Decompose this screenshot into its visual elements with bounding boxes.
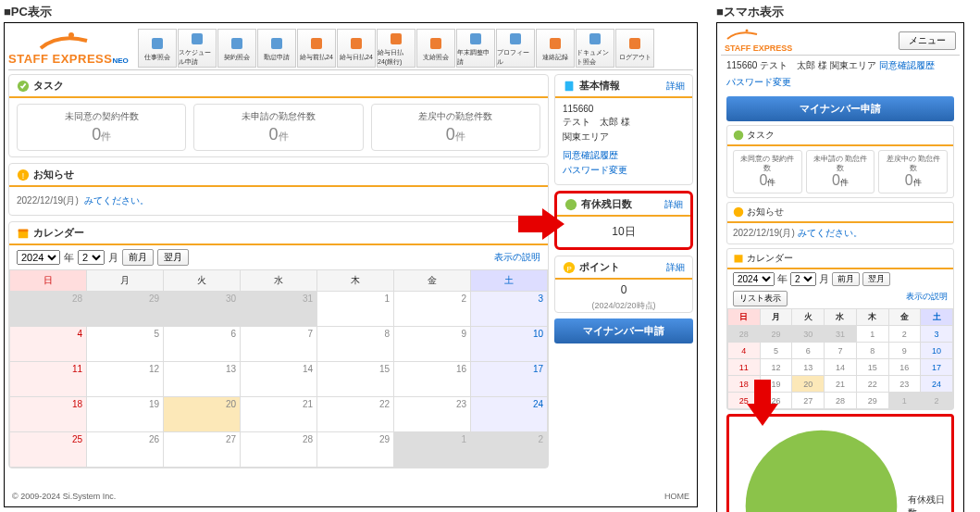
sp-legend-link[interactable]: 表示の説明 (906, 291, 948, 306)
calendar-cell[interactable]: 5 (87, 327, 164, 362)
toolbar-shigoto-button[interactable]: 仕事照会 (138, 29, 177, 68)
calendar-cell[interactable]: 14 (241, 362, 317, 397)
mynumber-button[interactable]: マイナンバー申請 (554, 318, 693, 343)
toolbar-document-button[interactable]: ドキュメント照会 (576, 29, 614, 68)
calendar-cell[interactable]: 2 (394, 292, 471, 327)
sp-password-link[interactable]: パスワード変更 (726, 77, 791, 87)
calendar-cell[interactable]: 12 (87, 362, 164, 397)
task-card[interactable]: 未申請の勤怠件数0件 (193, 104, 363, 151)
sp-month-select[interactable]: 2 (790, 272, 816, 286)
calendar-cell[interactable]: 8 (317, 327, 394, 362)
calendar-cell[interactable]: 17 (471, 362, 548, 397)
calendar-cell[interactable]: 10 (471, 327, 548, 362)
menu-button[interactable]: メニュー (899, 31, 956, 50)
calendar-cell[interactable]: 17 (921, 359, 953, 376)
toolbar-keiyaku-button[interactable]: 契約照会 (217, 29, 256, 68)
toolbar-shikyuu-button[interactable]: 支給照会 (416, 29, 455, 68)
calendar-cell[interactable]: 3 (921, 326, 953, 343)
calendar-cell[interactable]: 1 (888, 393, 921, 409)
calendar-cell[interactable]: 6 (792, 343, 825, 359)
news-link[interactable]: みてください。 (84, 194, 149, 207)
calendar-cell[interactable]: 29 (317, 432, 394, 468)
calendar-cell[interactable]: 11 (728, 359, 761, 376)
list-view-button[interactable]: リスト表示 (733, 291, 788, 306)
calendar-cell[interactable]: 16 (394, 362, 471, 397)
legend-link[interactable]: 表示の説明 (494, 251, 540, 264)
sp-task-card[interactable]: 差戻中の 勤怠件数0件 (878, 150, 948, 194)
calendar-cell[interactable]: 3 (471, 292, 548, 327)
calendar-cell[interactable]: 4 (728, 343, 761, 359)
calendar-cell[interactable]: 23 (394, 397, 471, 432)
calendar-cell[interactable]: 30 (792, 326, 825, 343)
calendar-cell[interactable]: 23 (888, 376, 921, 393)
calendar-cell[interactable]: 4 (10, 327, 87, 362)
calendar-cell[interactable]: 28 (241, 432, 317, 468)
sp-news-link[interactable]: みてください。 (798, 228, 862, 238)
calendar-cell[interactable]: 18 (10, 397, 87, 432)
year-select[interactable]: 2024 (17, 250, 60, 265)
calendar-cell[interactable]: 28 (825, 393, 857, 409)
calendar-cell[interactable]: 1 (317, 292, 394, 327)
calendar-cell[interactable]: 19 (87, 397, 164, 432)
calendar-cell[interactable]: 20 (164, 397, 241, 432)
calendar-cell[interactable]: 9 (394, 327, 471, 362)
calendar-cell[interactable]: 15 (317, 362, 394, 397)
calendar-cell[interactable]: 29 (856, 393, 888, 409)
sp-mynumber-button[interactable]: マイナンバー申請 (726, 96, 954, 121)
calendar-cell[interactable]: 24 (921, 376, 953, 393)
calendar-cell[interactable]: 5 (760, 343, 792, 359)
toolbar-logout-button[interactable]: ログアウト (615, 29, 654, 68)
basic-detail-link[interactable]: 詳細 (666, 80, 685, 93)
task-card[interactable]: 差戻中の勤怠件数0件 (371, 104, 540, 151)
calendar-cell[interactable]: 10 (921, 343, 953, 359)
toolbar-renraku-button[interactable]: 連絡記録 (536, 29, 575, 68)
calendar-cell[interactable]: 27 (164, 432, 241, 468)
sp-agree-link[interactable]: 同意確認履歴 (879, 60, 935, 70)
calendar-cell[interactable]: 9 (888, 343, 921, 359)
calendar-cell[interactable]: 11 (10, 362, 87, 397)
toolbar-nencho-button[interactable]: 年末調整申請 (456, 29, 495, 68)
calendar-cell[interactable]: 7 (825, 343, 857, 359)
calendar-cell[interactable]: 12 (760, 359, 792, 376)
toolbar-kintai-button[interactable]: 勤怠申請 (257, 29, 296, 68)
calendar-cell[interactable]: 2 (921, 393, 953, 409)
sp-next-button[interactable]: 翌月 (862, 272, 890, 286)
next-month-button[interactable]: 翌月 (157, 249, 189, 266)
sp-year-select[interactable]: 2024 (733, 272, 775, 286)
calendar-cell[interactable]: 7 (241, 327, 317, 362)
calendar-cell[interactable]: 31 (825, 326, 857, 343)
calendar-cell[interactable]: 13 (792, 359, 825, 376)
toolbar-profile-button[interactable]: プロフィール (496, 29, 535, 68)
calendar-cell[interactable]: 21 (825, 376, 857, 393)
calendar-cell[interactable]: 30 (164, 292, 241, 327)
calendar-cell[interactable]: 28 (728, 326, 761, 343)
calendar-cell[interactable]: 8 (856, 343, 888, 359)
point-detail-link[interactable]: 詳細 (666, 261, 685, 274)
month-select[interactable]: 2 (78, 250, 105, 265)
sp-prev-button[interactable]: 前月 (832, 272, 860, 286)
toolbar-kyuyo-h24g-button[interactable]: 給与日払24(銀行) (377, 29, 416, 68)
calendar-cell[interactable]: 25 (10, 432, 87, 468)
calendar-cell[interactable]: 24 (471, 397, 548, 432)
sp-task-card[interactable]: 未申請の 勤怠件数0件 (806, 150, 875, 194)
calendar-cell[interactable]: 1 (856, 326, 888, 343)
calendar-cell[interactable]: 22 (856, 376, 888, 393)
calendar-cell[interactable]: 29 (760, 326, 792, 343)
toolbar-kyuyo-m24-button[interactable]: 給与前払24 (297, 29, 336, 68)
calendar-cell[interactable]: 22 (317, 397, 394, 432)
agree-history-link[interactable]: 同意確認履歴 (563, 150, 618, 160)
sp-task-card[interactable]: 未同意の 契約件数0件 (733, 150, 802, 194)
calendar-cell[interactable]: 15 (856, 359, 888, 376)
calendar-cell[interactable]: 21 (241, 397, 317, 432)
calendar-cell[interactable]: 16 (888, 359, 921, 376)
home-link[interactable]: HOME (664, 492, 689, 501)
calendar-cell[interactable]: 13 (164, 362, 241, 397)
calendar-cell[interactable]: 2 (471, 432, 548, 468)
toolbar-schedule-button[interactable]: スケジュール申請 (178, 29, 217, 68)
calendar-cell[interactable]: 2 (888, 326, 921, 343)
calendar-cell[interactable]: 28 (10, 292, 87, 327)
calendar-cell[interactable]: 26 (87, 432, 164, 468)
calendar-cell[interactable]: 14 (825, 359, 857, 376)
calendar-cell[interactable]: 31 (241, 292, 317, 327)
calendar-cell[interactable]: 20 (792, 376, 825, 393)
